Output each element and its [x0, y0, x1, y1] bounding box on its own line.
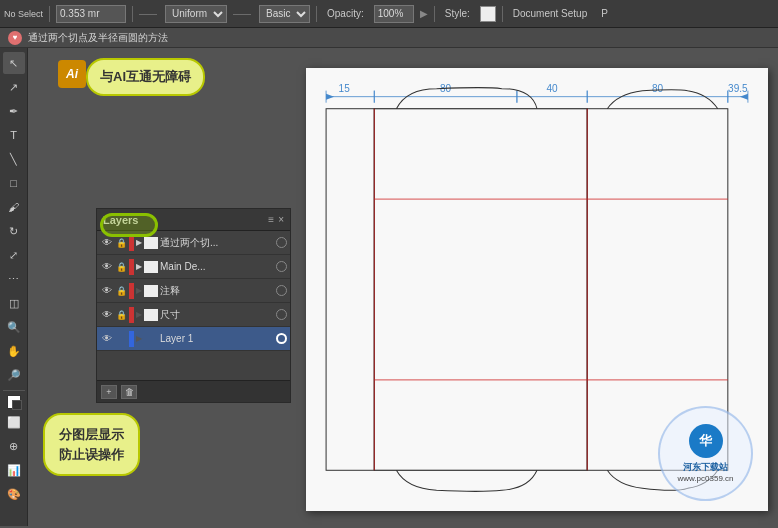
- eyedropper-tool[interactable]: 🔍: [3, 316, 25, 338]
- watermark-logo: 华: [689, 424, 723, 458]
- layer-expand-2: ▶: [136, 286, 142, 295]
- content-area: Ai 与AI互通无障碍 分图层显示防止误操作 Layers ≡ ×: [28, 48, 778, 526]
- svg-rect-19: [326, 109, 374, 471]
- fill-swatch[interactable]: [7, 395, 21, 409]
- notification-text: 通过两个切点及半径画圆的方法: [28, 31, 168, 45]
- tools-panel: ↖ ↗ ✒ T ╲ □ 🖌 ↻ ⤢ ⋯ ◫ 🔍 ✋ 🔎 ⬜ ⊕ 📊 🎨: [0, 48, 28, 526]
- hand-tool[interactable]: ✋: [3, 340, 25, 362]
- watermark: 华 河东下载站 www.pc0359.cn: [658, 406, 753, 501]
- layer-name-1: Main De...: [160, 261, 274, 272]
- canvas-area[interactable]: Ai 与AI互通无障碍 分图层显示防止误操作 Layers ≡ ×: [28, 48, 778, 526]
- stroke-p-button[interactable]: P: [597, 6, 612, 21]
- stroke-style-select[interactable]: Basic: [259, 5, 310, 23]
- zoom-tool[interactable]: 🔎: [3, 364, 25, 386]
- layer-target-4[interactable]: [276, 333, 287, 344]
- layer-eye-2[interactable]: 👁: [100, 284, 113, 298]
- layers-panel[interactable]: Layers ≡ × 👁 🔒 ▶ 通过两个切...: [96, 208, 291, 403]
- new-layer-button[interactable]: +: [101, 385, 117, 399]
- layer-target-2[interactable]: [276, 285, 287, 296]
- direct-selection-tool[interactable]: ↗: [3, 76, 25, 98]
- layer-name-3: 尺寸: [160, 308, 274, 322]
- selection-tool[interactable]: ↖: [3, 52, 25, 74]
- svg-rect-18: [374, 109, 587, 471]
- layers-close-icon[interactable]: ×: [278, 214, 284, 225]
- type-tool[interactable]: T: [3, 124, 25, 146]
- toolbar-divider-5: [502, 6, 503, 22]
- delete-layer-button[interactable]: 🗑: [121, 385, 137, 399]
- layer-color-4: [129, 331, 134, 347]
- stroke-swatch[interactable]: [12, 400, 22, 410]
- layer-icon-2: [144, 285, 158, 297]
- chart-tool[interactable]: 📊: [3, 459, 25, 481]
- toolbar-divider-3: [316, 6, 317, 22]
- toolbar-divider-1: [49, 6, 50, 22]
- layer-name-2: 注释: [160, 284, 274, 298]
- svg-marker-1: [326, 94, 334, 100]
- layer-eye-4[interactable]: 👁: [100, 332, 113, 346]
- svg-text:39.5: 39.5: [728, 83, 748, 94]
- paintbrush-tool[interactable]: 🖌: [3, 196, 25, 218]
- layer-row-2[interactable]: 👁 🔒 ▶ 注释: [97, 279, 290, 303]
- layer-target-1[interactable]: [276, 261, 287, 272]
- toolbar-divider-2: [132, 6, 133, 22]
- main-toolbar: No Select —— Uniform —— Basic Opacity: ▶…: [0, 0, 778, 28]
- opacity-input[interactable]: [374, 5, 414, 23]
- tools-divider: [3, 390, 25, 391]
- rotate-tool[interactable]: ↻: [3, 220, 25, 242]
- layer-expand-0[interactable]: ▶: [136, 238, 142, 247]
- layers-footer: + 🗑: [97, 380, 290, 402]
- layers-menu-icon[interactable]: ≡: [268, 214, 274, 225]
- blend-tool[interactable]: ⋯: [3, 268, 25, 290]
- toolbar-divider-4: [434, 6, 435, 22]
- symbol-tool[interactable]: ⊕: [3, 435, 25, 457]
- layer-name-0: 通过两个切...: [160, 236, 274, 250]
- layer-expand-4: ▶: [136, 334, 142, 343]
- layer-eye-0[interactable]: 👁: [100, 236, 113, 250]
- layer-row-3[interactable]: 👁 🔒 ▶ 尺寸: [97, 303, 290, 327]
- opacity-label: Opacity:: [323, 6, 368, 21]
- width-input[interactable]: [56, 5, 126, 23]
- style-swatch[interactable]: [480, 6, 496, 22]
- scale-tool[interactable]: ⤢: [3, 244, 25, 266]
- ai-logo: Ai: [58, 60, 86, 88]
- pen-tool[interactable]: ✒: [3, 100, 25, 122]
- layer-lock-1[interactable]: 🔒: [115, 261, 127, 273]
- layer-expand-1[interactable]: ▶: [136, 262, 142, 271]
- fill-stroke-area: [7, 395, 21, 409]
- layer-color-3: [129, 307, 134, 323]
- opacity-arrow: ▶: [420, 8, 428, 19]
- layer-target-3[interactable]: [276, 309, 287, 320]
- callout-top: 与AI互通无障碍: [86, 58, 205, 96]
- callout-bottom-text: 分图层显示防止误操作: [59, 427, 124, 462]
- layer-eye-3[interactable]: 👁: [100, 308, 113, 322]
- svg-text:40: 40: [546, 83, 558, 94]
- stroke-type-select[interactable]: Uniform: [165, 5, 227, 23]
- live-paint-tool[interactable]: 🎨: [3, 483, 25, 505]
- rect-tool[interactable]: □: [3, 172, 25, 194]
- artboard-tool[interactable]: ⬜: [3, 411, 25, 433]
- line-tool[interactable]: ╲: [3, 148, 25, 170]
- notification-bar: ♥ 通过两个切点及半径画圆的方法: [0, 28, 778, 48]
- callout-top-text: 与AI互通无障碍: [100, 69, 191, 84]
- layer-row-1[interactable]: 👁 🔒 ▶ Main De...: [97, 255, 290, 279]
- callout-bottom: 分图层显示防止误操作: [43, 413, 140, 476]
- layer-icon-3: [144, 309, 158, 321]
- layer-icon-0: [144, 237, 158, 249]
- layer-row-4[interactable]: 👁 ▶ Layer 1: [97, 327, 290, 351]
- notif-icon: ♥: [8, 31, 22, 45]
- layer-eye-1[interactable]: 👁: [100, 260, 113, 274]
- main-area: ↖ ↗ ✒ T ╲ □ 🖌 ↻ ⤢ ⋯ ◫ 🔍 ✋ 🔎 ⬜ ⊕ 📊 🎨 Ai: [0, 48, 778, 526]
- svg-text:80: 80: [652, 83, 664, 94]
- doc-setup-button[interactable]: Document Setup: [509, 6, 592, 21]
- layer-lock-3[interactable]: 🔒: [115, 309, 127, 321]
- layer-lock-2[interactable]: 🔒: [115, 285, 127, 297]
- layer-expand-3: ▶: [136, 310, 142, 319]
- layer-color-2: [129, 283, 134, 299]
- layer-name-4: Layer 1: [160, 333, 274, 344]
- layer-target-0[interactable]: [276, 237, 287, 248]
- watermark-sitename: 河东下载站: [683, 461, 728, 474]
- gradient-tool[interactable]: ◫: [3, 292, 25, 314]
- svg-text:15: 15: [339, 83, 351, 94]
- layer-lock-0[interactable]: 🔒: [115, 237, 127, 249]
- layer-color-1: [129, 259, 134, 275]
